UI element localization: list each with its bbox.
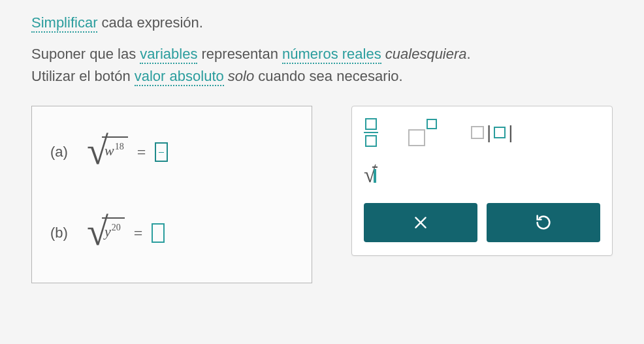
sqrt-expression: √ w18 bbox=[87, 133, 128, 172]
problem-label: (a) bbox=[50, 144, 75, 161]
text: representan bbox=[197, 46, 282, 62]
placeholder-icon bbox=[365, 118, 377, 130]
problem-b: (b) √ y20 = bbox=[50, 213, 293, 253]
term-numeros-reales[interactable]: números reales bbox=[282, 46, 381, 64]
placeholder-icon bbox=[365, 135, 377, 147]
placeholder-icon bbox=[374, 169, 376, 183]
text-italic: cualesquiera bbox=[385, 46, 467, 62]
problem-box: (a) √ w18 = (b) √ bbox=[31, 106, 312, 283]
math-exponent: 20 bbox=[112, 223, 121, 232]
problem-label: (b) bbox=[50, 225, 75, 242]
fraction-button[interactable] bbox=[364, 118, 378, 147]
text: cada expresión. bbox=[97, 14, 202, 31]
tool-panel: | | √ bbox=[351, 106, 613, 256]
placeholder-icon bbox=[408, 129, 425, 146]
math-base: w bbox=[105, 142, 114, 159]
clear-button[interactable] bbox=[364, 203, 477, 242]
placeholder-icon bbox=[471, 126, 484, 139]
pipe-icon: | bbox=[487, 122, 491, 143]
term-simplificar[interactable]: Simplificar bbox=[31, 14, 97, 33]
x-icon bbox=[412, 214, 429, 231]
undo-icon bbox=[534, 213, 553, 232]
power-button[interactable] bbox=[408, 119, 441, 146]
text: . bbox=[467, 46, 471, 62]
answer-input-a[interactable] bbox=[155, 142, 168, 162]
sqrt-expression: √ y20 bbox=[87, 213, 125, 253]
answer-input-b[interactable] bbox=[152, 223, 165, 243]
pipe-icon: | bbox=[508, 122, 513, 143]
text: Suponer que las bbox=[31, 46, 140, 62]
term-variables[interactable]: variables bbox=[140, 46, 197, 64]
term-valor-absoluto[interactable]: valor absoluto bbox=[135, 68, 224, 86]
text: Utilizar el botón bbox=[31, 68, 135, 84]
equals-sign: = bbox=[134, 225, 143, 242]
placeholder-icon bbox=[494, 127, 506, 138]
text: cuando sea necesario. bbox=[254, 68, 403, 84]
reset-button[interactable] bbox=[487, 203, 600, 242]
absolute-value-button[interactable]: | | bbox=[471, 122, 513, 143]
equals-sign: = bbox=[137, 144, 146, 161]
text-italic: solo bbox=[228, 68, 254, 84]
placeholder-icon bbox=[427, 119, 437, 129]
math-base: y bbox=[105, 223, 111, 240]
fraction-bar-icon bbox=[364, 132, 378, 133]
math-exponent: 18 bbox=[115, 142, 124, 151]
problem-a: (a) √ w18 = bbox=[50, 133, 293, 172]
sqrt-button[interactable]: √ bbox=[364, 164, 378, 186]
instruction-block: Simplificar cada expresión. Suponer que … bbox=[31, 12, 624, 87]
